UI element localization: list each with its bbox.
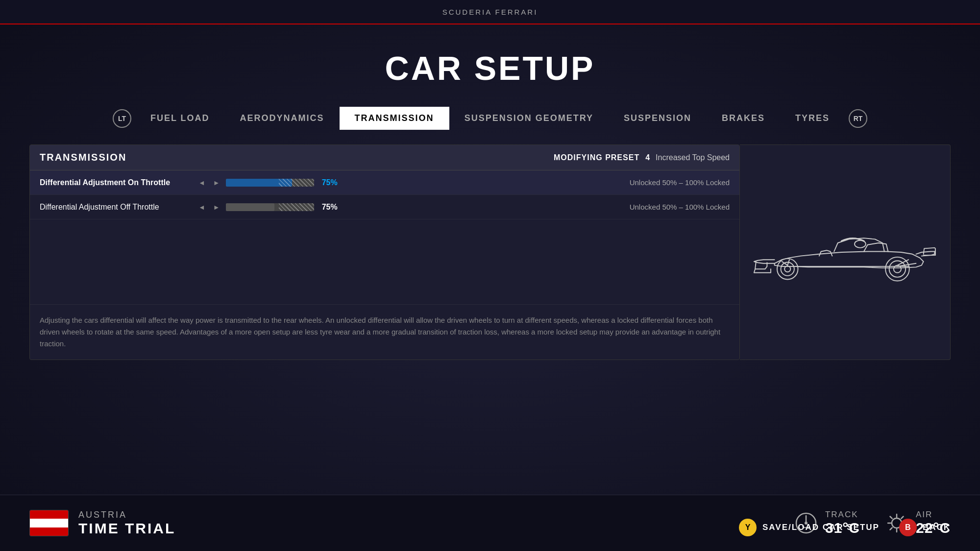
progress-bar-throttle-on	[226, 179, 314, 187]
flag-stripe-bottom	[30, 527, 68, 536]
setting-percent-throttle-on: 75%	[322, 178, 344, 187]
setting-row-throttle-off[interactable]: Differential Adjustment Off Throttle ◄ ►…	[30, 195, 739, 219]
tab-tyres[interactable]: TYRES	[780, 107, 845, 130]
progress-stripe-throttle-on	[279, 179, 314, 187]
y-button-icon: Y	[739, 519, 757, 536]
setting-controls-throttle-on: ◄ ► 75%	[196, 178, 620, 188]
setting-desc-throttle-off: Unlocked 50% – 100% Locked	[630, 203, 730, 211]
panel-title: TRANSMISSION	[40, 152, 126, 163]
team-name: SCUDERIA FERRARI	[442, 8, 538, 16]
description-footer: Adjusting the cars differential will aff…	[30, 304, 739, 359]
arrow-right-throttle-on[interactable]: ►	[211, 178, 222, 188]
event-type: TIME TRIAL	[78, 520, 175, 537]
rt-icon[interactable]: RT	[849, 109, 867, 128]
page-title-area: CAR SETUP	[0, 24, 980, 107]
back-button[interactable]: B BACK	[899, 519, 951, 536]
page-title: CAR SETUP	[0, 49, 980, 87]
tab-brakes[interactable]: BRAKES	[707, 107, 780, 130]
tab-suspension-geometry[interactable]: SUSPENSION GEOMETRY	[449, 107, 609, 130]
preset-name: Increased Top Speed	[656, 153, 730, 162]
save-load-button[interactable]: Y SAVE/LOAD CAR SETUP	[739, 519, 880, 536]
track-label: TRACK	[825, 510, 860, 520]
austria-flag	[29, 510, 69, 536]
setting-desc-throttle-on: Unlocked 50% – 100% Locked	[630, 178, 730, 187]
air-label: AIR	[916, 510, 951, 520]
setting-controls-throttle-off: ◄ ► 75%	[196, 202, 620, 212]
panel-header: TRANSMISSION MODIFYING PRESET 4 Increase…	[30, 145, 739, 170]
country-text: AUSTRIA TIME TRIAL	[78, 510, 175, 537]
arrow-left-throttle-on[interactable]: ◄	[196, 178, 207, 188]
bottom-buttons: Y SAVE/LOAD CAR SETUP B BACK	[739, 519, 951, 536]
svg-point-10	[855, 240, 866, 248]
country-name: AUSTRIA	[78, 510, 175, 520]
arrow-right-throttle-off[interactable]: ►	[211, 202, 222, 212]
tab-aerodynamics[interactable]: AERODYNAMICS	[225, 107, 340, 130]
preset-info: MODIFYING PRESET 4 Increased Top Speed	[554, 153, 730, 162]
back-label: BACK	[923, 523, 951, 532]
tab-suspension[interactable]: SUSPENSION	[609, 107, 707, 130]
car-illustration	[752, 203, 938, 301]
setting-name-throttle-on: Differential Adjustment On Throttle	[40, 178, 196, 187]
lt-icon[interactable]: LT	[113, 109, 131, 128]
save-load-label: SAVE/LOAD CAR SETUP	[762, 523, 880, 532]
right-panel	[740, 144, 951, 360]
tab-transmission[interactable]: TRANSMISSION	[340, 107, 449, 130]
top-bar: SCUDERIA FERRARI	[0, 0, 980, 24]
tab-fuel-load[interactable]: FUEL LOAD	[135, 107, 225, 130]
setting-row-throttle-on[interactable]: Differential Adjustment On Throttle ◄ ► …	[30, 170, 739, 195]
country-info: AUSTRIA TIME TRIAL	[29, 510, 175, 537]
nav-tabs: LT FUEL LOAD AERODYNAMICS TRANSMISSION S…	[0, 107, 980, 130]
left-panel: TRANSMISSION MODIFYING PRESET 4 Increase…	[29, 144, 740, 360]
flag-stripe-middle	[30, 519, 68, 527]
setting-percent-throttle-off: 75%	[322, 203, 344, 212]
main-content: TRANSMISSION MODIFYING PRESET 4 Increase…	[29, 144, 951, 360]
progress-bar-throttle-off	[226, 203, 314, 211]
settings-area: Differential Adjustment On Throttle ◄ ► …	[30, 170, 739, 294]
preset-number: 4	[645, 153, 650, 162]
left-panel-inner: TRANSMISSION MODIFYING PRESET 4 Increase…	[30, 145, 739, 359]
svg-point-0	[777, 259, 798, 280]
arrow-left-throttle-off[interactable]: ◄	[196, 202, 207, 212]
svg-point-4	[889, 261, 905, 277]
b-button-icon: B	[899, 519, 917, 536]
svg-point-2	[784, 266, 790, 272]
setting-name-throttle-off: Differential Adjustment Off Throttle	[40, 203, 196, 212]
flag-stripe-top	[30, 510, 68, 519]
progress-stripe-throttle-off	[279, 203, 314, 211]
preset-label: MODIFYING PRESET	[554, 153, 639, 162]
progress-fill-throttle-off	[226, 203, 274, 211]
description-text: Adjusting the cars differential will aff…	[40, 314, 730, 350]
